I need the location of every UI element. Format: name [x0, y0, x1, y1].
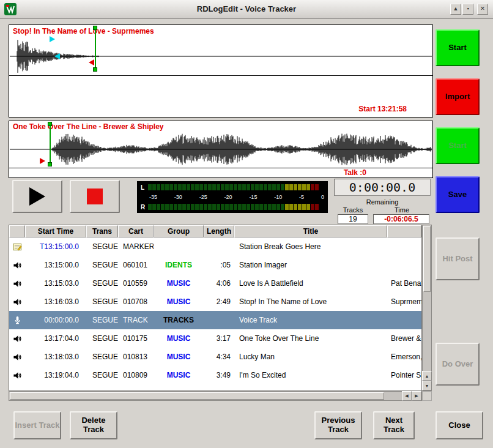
log-table-header[interactable]: Start Time Trans Cart Group Length Title: [9, 225, 421, 237]
track2-title: One Toke Over The Line - Brewer & Shiple…: [13, 122, 164, 131]
log-row[interactable]: 00:00:00.0 SEGUE TRACK TRACKS Voice Trac…: [9, 311, 421, 329]
titlebar[interactable]: RDLogEdit - Voice Tracker ▲ ▪ ✕: [0, 0, 493, 19]
meter-segment: [195, 184, 199, 190]
close-window-button[interactable]: ✕: [477, 4, 488, 15]
log-row[interactable]: 13:17:04.0 SEGUE 010175 MUSIC 3:17 One T…: [9, 329, 421, 348]
log-row[interactable]: T13:15:00.0 SEGUE MARKER Station Break G…: [9, 237, 421, 256]
fade-marker-icon[interactable]: [50, 36, 55, 42]
start-marker-handle[interactable]: [48, 162, 52, 166]
header-group[interactable]: Group: [154, 225, 204, 237]
meter-segment: [234, 204, 237, 210]
scroll-left-button[interactable]: ◀: [402, 391, 412, 401]
insert-track-button[interactable]: Insert Track: [13, 411, 61, 439]
fade-marker-icon[interactable]: [54, 53, 60, 59]
cell-title: One Toke Over The Line: [234, 329, 387, 348]
meter-segment: [217, 204, 220, 210]
header-length[interactable]: Length: [204, 225, 234, 237]
header-trans[interactable]: Trans: [86, 225, 118, 237]
track2-segue-marker-icon[interactable]: [40, 158, 45, 164]
speaker-icon: [9, 329, 25, 348]
meter-segment: [251, 204, 254, 210]
header-title[interactable]: Title: [234, 225, 387, 237]
vertical-scrollbar-thumb[interactable]: [423, 226, 431, 292]
level-meter: L -35 -30 -25 -20 -15 -10 -5 0 R: [137, 181, 328, 213]
raise-button[interactable]: ▲: [450, 4, 461, 15]
meter-segment: [187, 204, 190, 210]
track2-wave-pane[interactable]: One Toke Over The Line - Brewer & Shiple…: [9, 121, 433, 178]
save-button[interactable]: Save: [436, 176, 480, 213]
meter-bar-left: [148, 184, 324, 190]
cell-group: MUSIC: [154, 274, 204, 293]
log-row[interactable]: 13:16:03.0 SEGUE 010708 MUSIC 2:49 Stop!…: [9, 293, 421, 311]
scroll-down-button[interactable]: ▼: [422, 381, 432, 390]
track1-wave-pane[interactable]: Stop! In The Name of Love - Suprmemes St…: [9, 24, 433, 118]
hit-post-label: Hit Post: [442, 255, 472, 264]
cell-length: :05: [204, 256, 234, 274]
close-label: Close: [448, 421, 470, 430]
scroll-up-button[interactable]: ▲: [422, 371, 432, 381]
hit-post-button[interactable]: Hit Post: [436, 237, 480, 280]
log-row[interactable]: 13:15:03.0 SEGUE 010559 MUSIC 4:06 Love …: [9, 274, 421, 293]
iconify-button[interactable]: ▪: [462, 4, 473, 15]
import-button[interactable]: Import: [436, 78, 480, 115]
log-row[interactable]: 13:20:04.0 SEGUE 010705 MUSIC 3:36 (Sitt…: [9, 384, 421, 391]
meter-segment: [161, 184, 165, 190]
log-row[interactable]: 13:19:04.0 SEGUE 010809 MUSIC 3:49 I'm S…: [9, 366, 421, 384]
cell-title: Voice Track: [234, 311, 387, 329]
start-track2-button[interactable]: Start: [436, 127, 480, 164]
close-icon: ✕: [480, 6, 485, 12]
start-track1-button[interactable]: Start: [436, 29, 480, 66]
track1-title: Stop! In The Name of Love - Suprmemes: [13, 27, 154, 35]
meter-bar-right: [148, 204, 324, 210]
remaining-label: Remaining: [334, 198, 431, 206]
meter-segment: [234, 184, 237, 190]
close-button[interactable]: Close: [436, 411, 483, 439]
log-row[interactable]: 13:18:03.0 SEGUE 010813 MUSIC 4:34 Lucky…: [9, 348, 421, 366]
meter-scale-tick: -30: [174, 194, 182, 200]
log-row[interactable]: 13:15:00.0 SEGUE 060101 IDENTS :05 Stati…: [9, 256, 421, 274]
meter-segment: [148, 204, 152, 210]
meter-segment: [148, 184, 152, 190]
meter-segment: [302, 184, 306, 190]
speaker-icon: [9, 256, 25, 274]
speaker-icon: [9, 366, 25, 384]
log-table[interactable]: Start Time Trans Cart Group Length Title…: [9, 225, 432, 401]
meter-scale-tick: -25: [199, 194, 207, 200]
stop-button[interactable]: [70, 180, 120, 213]
meter-scale-tick: 0: [321, 194, 324, 200]
cell-artist: Pointer Sist: [387, 366, 421, 384]
play-button[interactable]: [12, 180, 62, 213]
header-artist[interactable]: [387, 225, 421, 237]
track1-playout-marker-icon[interactable]: [89, 59, 94, 65]
track1-end-marker[interactable]: [95, 26, 96, 72]
meter-segment: [294, 204, 297, 210]
next-track-button[interactable]: Next Track: [373, 411, 415, 439]
cell-cart: 060101: [118, 256, 154, 274]
log-table-main[interactable]: Start Time Trans Cart Group Length Title…: [9, 225, 422, 391]
tracks-remaining-value: 19: [338, 214, 368, 224]
delete-track-button[interactable]: Delete Track: [70, 411, 117, 439]
end-marker-handle[interactable]: [93, 67, 97, 72]
cell-title: (Sittin' On) The Dock of The Bay: [234, 384, 387, 391]
horizontal-scrollbar-thumb[interactable]: [10, 392, 384, 400]
do-over-label: Do Over: [442, 360, 473, 369]
do-over-button[interactable]: Do Over: [436, 343, 480, 386]
cell-title: Station Break Goes Here: [234, 237, 387, 256]
header-cart[interactable]: Cart: [118, 225, 154, 237]
vertical-scrollbar[interactable]: ▲ ▼: [422, 225, 432, 391]
meter-segment: [152, 184, 156, 190]
cell-group: MUSIC: [154, 384, 204, 391]
horizontal-scrollbar[interactable]: ◀ ▶: [9, 391, 422, 401]
meter-segment: [238, 204, 242, 210]
header-icon-col[interactable]: [9, 225, 25, 237]
time-remaining-label: Time: [374, 206, 429, 214]
cell-trans: SEGUE: [86, 293, 118, 311]
start-marker-handle[interactable]: [48, 122, 52, 126]
previous-track-button[interactable]: Previous Track: [314, 411, 362, 439]
cell-cart: MARKER: [118, 237, 154, 256]
header-start-time[interactable]: Start Time: [25, 225, 86, 237]
meter-segment: [199, 204, 203, 210]
track2-start-marker[interactable]: [50, 122, 51, 166]
scroll-right-button[interactable]: ▶: [412, 391, 421, 401]
end-marker-handle[interactable]: [93, 26, 97, 30]
